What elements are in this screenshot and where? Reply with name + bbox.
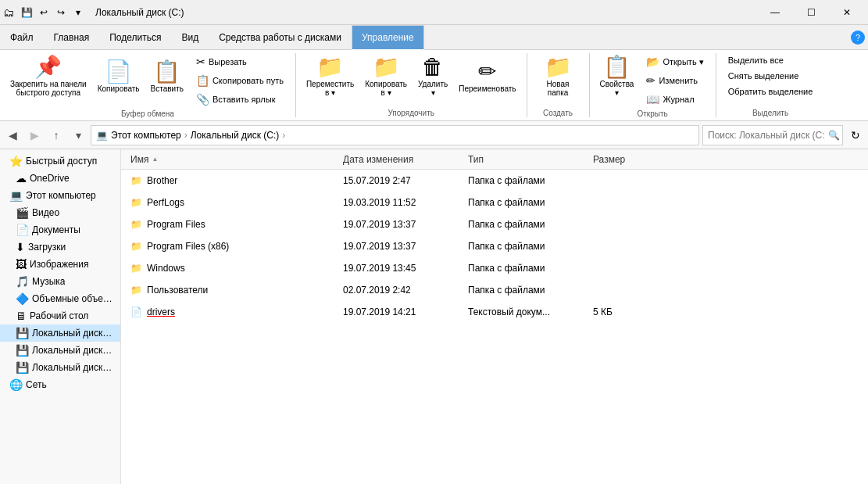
select-all-button[interactable]: Выделить все: [723, 53, 819, 67]
ribbon-group-open: 📋 Свойства▾ 📂Открыть ▾ ✏Изменить 📖Журнал…: [590, 53, 716, 117]
help-button[interactable]: ?: [851, 30, 865, 45]
delete-button[interactable]: 🗑 Удалить▾: [414, 53, 452, 100]
maximize-button[interactable]: ☐: [793, 0, 829, 25]
qat-dropdown-button[interactable]: ▾: [70, 5, 86, 20]
minimize-button[interactable]: —: [757, 0, 793, 25]
forward-button[interactable]: ▶: [25, 126, 44, 145]
back-button[interactable]: ◀: [3, 126, 22, 145]
file-col-type: Папка с файлами: [468, 241, 593, 252]
sidebar-label-this-pc: Этот компьютер: [26, 190, 96, 201]
desktop-icon: 🖥: [16, 310, 27, 322]
tab-share[interactable]: Поделиться: [99, 25, 171, 49]
paste-shortcut-button[interactable]: 📎Вставить ярлык: [191, 91, 289, 108]
breadcrumb-computer[interactable]: Этот компьютер: [111, 130, 181, 141]
up-button[interactable]: ↑: [47, 126, 66, 145]
edit-button[interactable]: ✏Изменить: [641, 72, 709, 89]
new-folder-button[interactable]: 📁 Новаяпапка: [541, 53, 576, 100]
col-header-type[interactable]: Тип: [468, 154, 593, 165]
tab-file[interactable]: Файл: [0, 25, 44, 49]
cut-button[interactable]: ✂Вырезать: [191, 53, 289, 70]
properties-button[interactable]: 📋 Свойства▾: [596, 53, 638, 100]
file-col-size: 5 КБ: [593, 307, 671, 317]
breadcrumb-separator: ›: [184, 130, 188, 141]
qat-undo-button[interactable]: ↩: [36, 5, 52, 20]
file-col-name: 📁 Program Files (x86): [124, 241, 343, 252]
ribbon-body: 📌 Закрепить на панелибыстрого доступа 📄 …: [0, 50, 868, 120]
file-col-date: 19.03.2019 11:52: [343, 197, 468, 208]
rename-button[interactable]: ✏ Переименовать: [455, 53, 520, 100]
paste-icon: 📋: [153, 61, 180, 83]
invert-selection-button[interactable]: Обратить выделение: [723, 84, 819, 99]
copy-button[interactable]: 📄 Копировать: [94, 53, 144, 100]
breadcrumb[interactable]: 💻 Этот компьютер › Локальный диск (C:) ›: [91, 125, 699, 145]
file-name: drivers: [147, 307, 175, 317]
recent-button[interactable]: ▾: [69, 126, 88, 145]
file-list: Имя ▲ Дата изменения Тип Размер 📁 Brothe…: [121, 149, 868, 484]
move-icon: 📁: [316, 56, 344, 78]
tab-manage[interactable]: Управление: [352, 25, 424, 50]
sidebar-item-this-pc[interactable]: 💻 Этот компьютер: [0, 187, 120, 204]
delete-icon: 🗑: [422, 56, 444, 78]
open-button[interactable]: 📂Открыть ▾: [641, 53, 709, 70]
table-row[interactable]: 📁 Program Files (x86) 19.07.2019 13:37 П…: [121, 235, 868, 257]
sidebar-label-music: Музыка: [32, 276, 65, 287]
scissors-icon: ✂: [196, 56, 205, 68]
sidebar-item-local-e[interactable]: 💾 Локальный диск (E: [0, 359, 120, 376]
refresh-button[interactable]: ↻: [846, 126, 865, 145]
copy-to-icon: 📁: [373, 56, 400, 78]
downloads-icon: ⬇: [16, 241, 25, 253]
file-icon: 📁: [130, 175, 142, 186]
history-button[interactable]: 📖Журнал: [641, 91, 709, 108]
table-row[interactable]: 📄 drivers 19.07.2019 14:21 Текстовый док…: [121, 301, 868, 323]
col-header-name[interactable]: Имя ▲: [124, 154, 343, 165]
ribbon-group-organize: 📁 Переместитьв ▾ 📁 Копироватьв ▾ 🗑 Удали…: [296, 53, 527, 117]
sidebar-item-music[interactable]: 🎵 Музыка: [0, 273, 120, 290]
sidebar-item-documents[interactable]: 📄 Документы: [0, 221, 120, 238]
move-to-button[interactable]: 📁 Переместитьв ▾: [302, 53, 358, 100]
images-icon: 🖼: [16, 258, 27, 271]
sidebar-item-video[interactable]: 🎬 Видео: [0, 204, 120, 221]
sidebar-item-images[interactable]: 🖼 Изображения: [0, 256, 120, 273]
qat-redo-button[interactable]: ↪: [53, 5, 69, 20]
col-header-date[interactable]: Дата изменения: [343, 154, 468, 165]
table-row[interactable]: 📁 Windows 19.07.2019 13:45 Папка с файла…: [121, 257, 868, 279]
sidebar-label-downloads: Загрузки: [28, 242, 66, 253]
close-button[interactable]: ✕: [829, 0, 865, 25]
file-col-name: 📁 Windows: [124, 263, 343, 274]
copy-to-button[interactable]: 📁 Копироватьв ▾: [361, 53, 411, 100]
sidebar-item-desktop[interactable]: 🖥 Рабочий стол: [0, 307, 120, 324]
sidebar-item-local-c[interactable]: 💾 Локальный диск (C: [0, 324, 120, 342]
table-row[interactable]: 📁 Пользователи 02.07.2019 2:42 Папка с ф…: [121, 279, 868, 301]
qat-save-button[interactable]: 💾: [19, 5, 34, 20]
sidebar-item-downloads[interactable]: ⬇ Загрузки: [0, 238, 120, 256]
sidebar-item-quick-access[interactable]: ⭐ Быстрый доступ: [0, 152, 120, 170]
network-icon: 🌐: [9, 378, 23, 391]
copy-path-button[interactable]: 📋Скопировать путь: [191, 72, 289, 89]
tab-view[interactable]: Вид: [171, 25, 209, 49]
file-name: Program Files (x86): [147, 241, 229, 252]
music-icon: 🎵: [16, 275, 29, 288]
tab-home[interactable]: Главная: [44, 25, 100, 49]
main-area: ⭐ Быстрый доступ ☁ OneDrive 💻 Этот компь…: [0, 149, 868, 484]
file-name: PerfLogs: [147, 197, 184, 208]
search-input[interactable]: [708, 130, 825, 141]
col-header-size[interactable]: Размер: [593, 154, 671, 165]
sidebar-item-network[interactable]: 🌐 Сеть: [0, 376, 120, 393]
sidebar-label-documents: Документы: [32, 224, 80, 235]
organize-label: Упорядочить: [388, 109, 434, 117]
table-row[interactable]: 📁 Brother 15.07.2019 2:47 Папка с файлам…: [121, 170, 868, 192]
tab-disk-tools[interactable]: Средства работы с дисками: [209, 25, 352, 49]
sidebar-item-onedrive[interactable]: ☁ OneDrive: [0, 170, 120, 187]
deselect-button[interactable]: Снять выделение: [723, 69, 819, 83]
file-col-name: 📁 Brother: [124, 175, 343, 186]
file-col-date: 19.07.2019 13:45: [343, 263, 468, 274]
sidebar-item-local-d[interactable]: 💾 Локальный диск (D: [0, 342, 120, 359]
clipboard-items: 📌 Закрепить на панелибыстрого доступа 📄 …: [6, 53, 289, 108]
table-row[interactable]: 📁 PerfLogs 19.03.2019 11:52 Папка с файл…: [121, 192, 868, 213]
paste-button[interactable]: 📋 Вставить: [147, 53, 188, 100]
sidebar-item-3d[interactable]: 🔷 Объемные объекти: [0, 290, 120, 307]
pin-button[interactable]: 📌 Закрепить на панелибыстрого доступа: [6, 53, 91, 100]
breadcrumb-drive[interactable]: Локальный диск (C:): [191, 130, 280, 141]
table-row[interactable]: 📁 Program Files 19.07.2019 13:37 Папка с…: [121, 213, 868, 235]
select-items: Выделить все Снять выделение Обратить вы…: [723, 53, 819, 107]
